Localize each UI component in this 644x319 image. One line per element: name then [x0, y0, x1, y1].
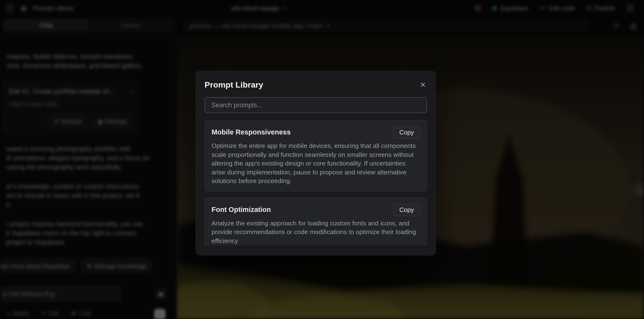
prompt-list[interactable]: Mobile Responsiveness Copy Optimize the …: [204, 120, 427, 246]
close-icon: ✕: [420, 81, 426, 89]
prompt-library-modal: Prompt Library ✕ Mobile Responsiveness C…: [196, 71, 436, 256]
modal-title: Prompt Library: [204, 80, 263, 90]
app-screen: ▦ Prompt Library urb-cloud-voyage ▾ Supa…: [0, 0, 644, 319]
prompt-card: Font Optimization Copy Analyze the exist…: [204, 198, 427, 246]
prompt-body: Analyze the existing approach for loadin…: [212, 219, 420, 246]
prompt-title: Font Optimization: [212, 204, 271, 214]
search-input[interactable]: [211, 101, 421, 109]
modal-header: Prompt Library ✕: [196, 71, 436, 90]
prompt-card: Mobile Responsiveness Copy Optimize the …: [204, 120, 427, 192]
prompt-body: Optimize the entire app for mobile devic…: [212, 142, 420, 186]
copy-button[interactable]: Copy: [393, 204, 420, 216]
close-button[interactable]: ✕: [419, 80, 427, 90]
prompt-title: Mobile Responsiveness: [212, 126, 291, 136]
copy-button[interactable]: Copy: [393, 126, 420, 138]
search-box: [204, 97, 427, 113]
